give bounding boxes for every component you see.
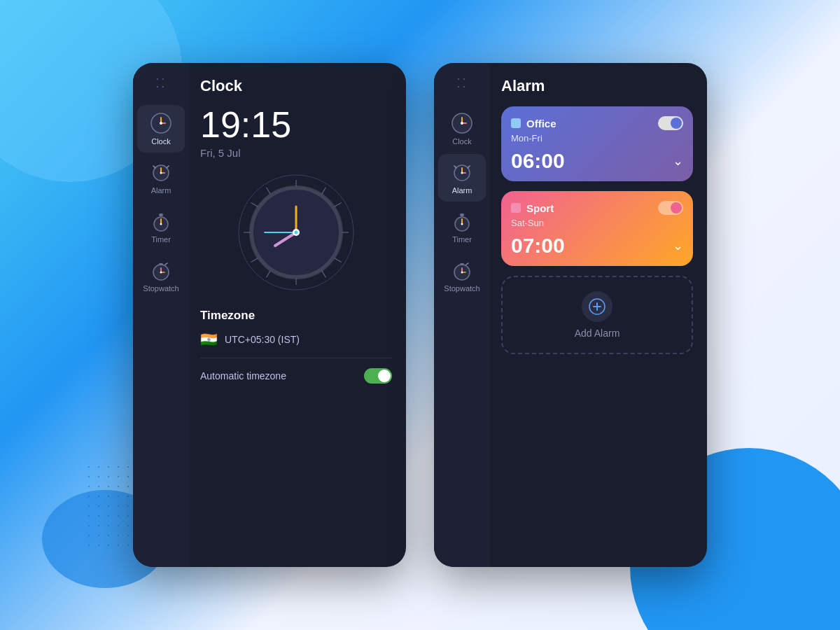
svg-point-39	[295, 231, 298, 234]
alarm-icon	[150, 161, 172, 183]
svg-point-58	[461, 272, 463, 274]
stopwatch-icon-2	[451, 259, 473, 281]
sidebar-item-alarm[interactable]: Alarm	[137, 154, 185, 202]
svg-point-13	[160, 223, 162, 225]
auto-timezone-label: Automatic timezone	[200, 370, 286, 382]
sidebar-clock-label: Clock	[151, 137, 171, 146]
timer-icon	[150, 210, 172, 232]
sidebar-item-clock-2[interactable]: Clock	[438, 105, 486, 153]
alarm-days-office: Mon-Fri	[511, 133, 683, 144]
add-alarm-label: Add Alarm	[575, 328, 620, 339]
svg-rect-15	[159, 263, 163, 265]
toggle-sm-knob-sport	[671, 202, 682, 214]
alarm-main-content: Alarm Office Mon-Fri 06:00 ⌄	[490, 63, 707, 567]
svg-line-31	[322, 271, 326, 278]
sidebar-clock-label-2: Clock	[452, 137, 472, 146]
sidebar-item-stopwatch[interactable]: Stopwatch	[137, 252, 185, 300]
svg-line-19	[165, 263, 167, 265]
alarm-time-row-sport: 07:00 ⌄	[511, 234, 683, 258]
drag-handle-2: ⁚⁚	[456, 76, 468, 91]
alarm-time-sport: 07:00	[511, 234, 565, 258]
clock-icon-2	[451, 112, 473, 134]
svg-rect-55	[460, 263, 464, 265]
drag-handle: ⁚⁚	[155, 76, 167, 91]
sidebar-right: ⁚⁚ Clock Alarm	[434, 63, 490, 567]
svg-line-27	[251, 203, 258, 207]
svg-line-32	[335, 258, 342, 262]
svg-line-8	[167, 166, 169, 168]
alarm-name-row-sport: Sport	[511, 202, 554, 214]
svg-point-49	[461, 172, 463, 174]
sidebar-stopwatch-label: Stopwatch	[143, 284, 178, 293]
alarm-toggle-sport[interactable]	[658, 201, 683, 215]
alarm-dot-sport	[511, 203, 521, 213]
alarm-card-office[interactable]: Office Mon-Fri 06:00 ⌄	[501, 106, 693, 181]
svg-line-7	[153, 166, 155, 168]
alarm-header-office: Office	[511, 116, 683, 130]
timer-icon-2	[451, 210, 473, 232]
sidebar-item-alarm-2[interactable]: Alarm	[438, 154, 486, 202]
svg-line-59	[466, 263, 468, 265]
svg-line-26	[335, 203, 342, 207]
toggle-sm-knob-office	[671, 118, 682, 129]
alarm-icon-2	[451, 161, 473, 183]
analog-clock	[237, 173, 356, 292]
alarm-days-sport: Sat-Sun	[511, 218, 683, 228]
svg-point-18	[160, 272, 162, 274]
date-display: Fri, 5 Jul	[200, 147, 392, 159]
time-display: 19:15	[200, 106, 392, 143]
alarm-screen-title: Alarm	[501, 77, 693, 95]
divider	[200, 358, 392, 358]
timezone-value: UTC+05:30 (IST)	[225, 334, 300, 345]
alarm-name-row-office: Office	[511, 118, 556, 130]
alarm-toggle-office[interactable]	[658, 116, 683, 130]
stopwatch-icon	[150, 259, 172, 281]
timezone-flag: 🇮🇳	[200, 331, 218, 348]
plus-icon	[589, 298, 606, 315]
svg-line-47	[454, 166, 456, 168]
phone-alarm: ⁚⁚ Clock Alarm	[434, 63, 707, 567]
phone-clock: ⁚⁚ Clock Alarm	[133, 63, 406, 567]
sidebar-timer-label-2: Timer	[452, 235, 472, 244]
svg-line-28	[267, 188, 271, 195]
svg-point-9	[160, 172, 162, 174]
svg-point-53	[461, 223, 463, 225]
sidebar-item-clock[interactable]: Clock	[137, 105, 185, 153]
analog-clock-wrap	[200, 173, 392, 292]
add-alarm-button[interactable]: Add Alarm	[501, 276, 693, 354]
alarm-name-office: Office	[526, 118, 556, 130]
svg-line-48	[468, 166, 470, 168]
alarm-chevron-sport[interactable]: ⌄	[673, 238, 683, 253]
auto-timezone-toggle[interactable]	[364, 368, 392, 384]
sidebar-alarm-label-2: Alarm	[452, 186, 472, 195]
svg-line-25	[322, 188, 326, 195]
alarm-dot-office	[511, 118, 521, 128]
sidebar-item-stopwatch-2[interactable]: Stopwatch	[438, 252, 486, 300]
alarm-time-office: 06:00	[511, 149, 565, 173]
timezone-row: 🇮🇳 UTC+05:30 (IST)	[200, 331, 392, 348]
timezone-section-title: Timezone	[200, 309, 392, 323]
sidebar-timer-label: Timer	[151, 235, 171, 244]
svg-point-43	[461, 122, 463, 125]
sidebar-alarm-label: Alarm	[151, 186, 172, 195]
sidebar-item-timer[interactable]: Timer	[137, 203, 185, 251]
svg-line-30	[251, 258, 258, 262]
toggle-knob	[378, 370, 391, 382]
alarm-header-sport: Sport	[511, 201, 683, 215]
svg-point-3	[160, 122, 162, 125]
alarm-name-sport: Sport	[526, 202, 554, 214]
sidebar-stopwatch-label-2: Stopwatch	[444, 284, 479, 293]
svg-line-29	[267, 271, 271, 278]
alarm-time-row-office: 06:00 ⌄	[511, 149, 683, 173]
svg-rect-51	[460, 214, 464, 216]
alarm-chevron-office[interactable]: ⌄	[673, 153, 683, 169]
clock-main-content: Clock 19:15 Fri, 5 Jul	[189, 63, 406, 567]
clock-icon	[150, 112, 172, 134]
clock-svg	[237, 173, 356, 292]
sidebar-item-timer-2[interactable]: Timer	[438, 203, 486, 251]
alarm-card-sport[interactable]: Sport Sat-Sun 07:00 ⌄	[501, 191, 693, 266]
auto-timezone-row: Automatic timezone	[200, 368, 392, 384]
clock-screen-title: Clock	[200, 77, 392, 95]
add-alarm-icon	[582, 291, 612, 322]
svg-rect-11	[159, 214, 163, 216]
